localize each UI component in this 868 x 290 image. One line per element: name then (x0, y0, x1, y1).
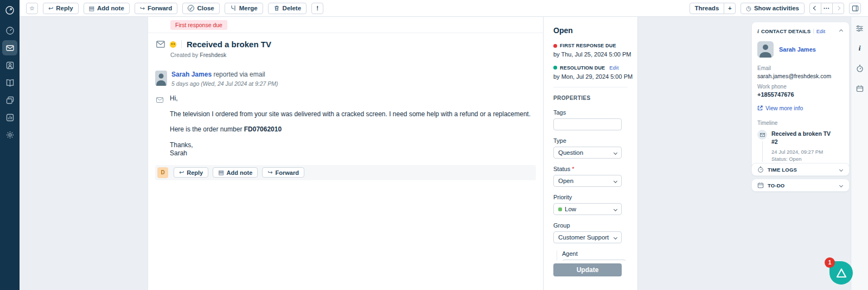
calendar-icon (757, 182, 764, 188)
collapse-contact-button[interactable] (839, 29, 844, 34)
threads-label: Threads (695, 5, 719, 11)
timeline-item-id: #2 (771, 138, 831, 145)
delete-button[interactable]: Delete (268, 3, 307, 14)
spam-button[interactable]: ! (311, 3, 323, 14)
divider (553, 87, 628, 87)
avatar (155, 71, 167, 86)
add-note-button[interactable]: ▤Add note (84, 3, 130, 14)
note-icon: ▤ (89, 5, 94, 11)
nav-admin-icon[interactable] (2, 127, 17, 142)
message-forward-button[interactable]: ↪Forward (262, 167, 304, 178)
group-label: Group (553, 222, 637, 229)
email-value: sarah.james@freshdesk.com (757, 73, 844, 79)
agent-avatar: D (157, 167, 168, 178)
prev-ticket-button[interactable] (809, 3, 821, 14)
nav-channels-icon[interactable] (2, 92, 17, 108)
add-note-label: Add note (97, 5, 124, 11)
new-thread-button[interactable]: + (724, 3, 736, 14)
reply-label: Reply (56, 5, 73, 11)
envelope-icon (156, 94, 163, 158)
chevron-down-icon (839, 183, 843, 187)
required-asterisk: * (572, 166, 574, 172)
todo-tab-icon[interactable] (855, 84, 865, 93)
close-button[interactable]: ✓Close (182, 3, 219, 14)
contact-name-link[interactable]: Sarah James (779, 46, 816, 53)
freshdesk-logo-icon[interactable] (4, 4, 16, 16)
star-icon: ☆ (29, 5, 35, 11)
work-phone-label: Work phone (757, 84, 844, 90)
message-author-link[interactable]: Sarah James (171, 71, 212, 78)
contact-details-title: CONTACT DETAILS (761, 28, 810, 34)
timeline-item-status: Status: Open (771, 156, 831, 162)
timeline-label: Timeline (757, 120, 844, 126)
expand-panel-button[interactable] (849, 3, 861, 14)
trash-icon (273, 5, 280, 11)
history-clock-icon: ◷ (746, 5, 751, 11)
message-header: Sarah James reported via email 5 days ag… (155, 71, 543, 87)
timeline-item[interactable]: Received a broken TV #2 24 Jul 2024, 09:… (757, 130, 844, 162)
note-icon: ▤ (218, 169, 224, 175)
time-logs-section[interactable]: TIME LOGS (751, 163, 850, 176)
star-button[interactable]: ☆ (26, 3, 38, 14)
created-by-value: Freshdesk (200, 52, 226, 58)
nav-tickets-icon[interactable] (2, 40, 17, 55)
resolution-edit-link[interactable]: Edit (609, 65, 618, 71)
properties-filter-icon[interactable] (855, 23, 865, 33)
message-reply-button[interactable]: ↩Reply (174, 167, 208, 178)
contact-details-tab-icon[interactable]: i (855, 43, 865, 53)
todo-section[interactable]: TO-DO (751, 179, 850, 192)
status-label: Status * (553, 166, 637, 172)
group-select[interactable]: Customer Support (553, 231, 622, 243)
first-response-due-label: FIRST RESPONSE DUE (553, 43, 637, 48)
notification-badge: 1 (825, 257, 835, 268)
created-by-line: Created by Freshdesk (170, 52, 543, 58)
tags-input[interactable] (553, 118, 622, 130)
ticket-badge-row: First response due (148, 17, 543, 33)
view-more-info-link[interactable]: View more info (757, 105, 844, 111)
type-select[interactable]: Question (553, 147, 622, 159)
ticket-title-section: Received a broken TV Created by Freshdes… (148, 33, 543, 58)
forward-label: Forward (148, 5, 172, 11)
time-logs-tab-icon[interactable] (855, 64, 865, 73)
message-body-row: Hi, The television I ordered from your s… (156, 94, 543, 158)
chevron-right-icon (836, 6, 840, 10)
stopwatch-icon (757, 166, 764, 173)
sentiment-icon (170, 41, 176, 48)
nav-solutions-icon[interactable] (2, 75, 17, 90)
show-activities-button[interactable]: ◷Show activities (741, 3, 805, 14)
alert-icon: ! (316, 5, 318, 11)
priority-select[interactable]: Low (553, 203, 622, 215)
nav-contacts-icon[interactable] (2, 58, 17, 73)
red-dot-icon (553, 44, 557, 48)
status-select[interactable]: Open (553, 175, 622, 187)
message-via: reported via email (213, 71, 265, 78)
expand-todo-button[interactable] (839, 183, 844, 188)
chevron-down-icon (614, 179, 617, 182)
nav-analytics-icon[interactable] (2, 110, 17, 125)
nav-dashboard-icon[interactable] (2, 23, 17, 38)
expand-time-logs-button[interactable] (839, 167, 844, 172)
check-circle-icon: ✓ (188, 5, 194, 11)
tags-label: Tags (553, 109, 637, 116)
reply-button[interactable]: ↩Reply (43, 3, 79, 14)
work-phone-value: +1855747676 (757, 91, 844, 98)
merge-label: Merge (239, 5, 258, 11)
ticket-title: Received a broken TV (187, 40, 271, 49)
message-closing: Thanks, (170, 141, 531, 150)
update-button[interactable]: Update (553, 263, 622, 276)
close-label: Close (197, 5, 214, 11)
next-ticket-button[interactable] (832, 3, 844, 14)
threads-button[interactable]: Threads (690, 3, 725, 14)
merge-button[interactable]: Merge (225, 3, 263, 14)
merge-icon (230, 5, 237, 11)
properties-footer: Update (544, 261, 637, 290)
help-widget-button[interactable]: 1 (829, 261, 853, 285)
forward-button[interactable]: ↪Forward (135, 3, 178, 14)
order-prefix: Here is the order number (170, 125, 242, 133)
message-add-note-button[interactable]: ▤Add note (213, 167, 258, 178)
ticket-list-button[interactable]: ⋯ (821, 3, 833, 14)
todo-label: TO-DO (768, 182, 784, 188)
message-reply-label: Reply (187, 169, 203, 176)
contact-edit-link[interactable]: Edit (816, 28, 825, 34)
priority-value: Low (565, 206, 576, 212)
